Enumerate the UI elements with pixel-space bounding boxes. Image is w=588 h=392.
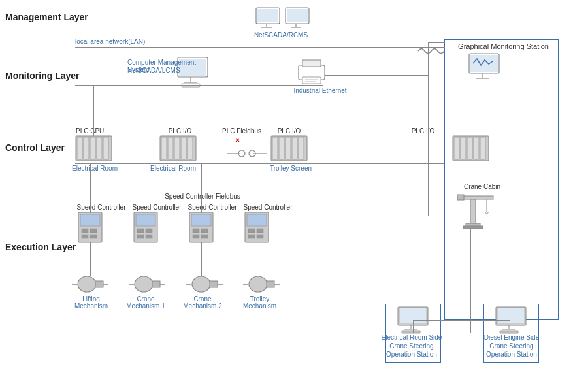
diesel-side2-label: Crane Steering — [476, 342, 547, 351]
plc-cpu-label: PLC CPU — [76, 127, 115, 135]
svg-rect-3 — [257, 9, 278, 22]
right-panel-box — [444, 39, 559, 320]
svg-rect-79 — [257, 235, 263, 238]
svg-rect-51 — [461, 196, 493, 199]
vfd1-icon — [78, 212, 102, 242]
svg-rect-63 — [136, 214, 155, 226]
v-vfd3-motor — [201, 242, 202, 276]
v-cms — [193, 47, 193, 85]
svg-rect-64 — [137, 229, 144, 233]
fieldbus-x: × — [235, 136, 240, 145]
elec-side2-label: Crane Steering — [379, 342, 444, 351]
crane-icon — [454, 191, 500, 229]
motor4-icon — [248, 274, 274, 294]
motor3-icon — [191, 274, 218, 294]
svg-rect-94 — [267, 281, 274, 287]
speed-ctrl2-label: Speed Controller — [131, 204, 183, 211]
svg-rect-39 — [299, 137, 304, 159]
svg-rect-77 — [257, 229, 263, 233]
svg-rect-60 — [82, 235, 88, 238]
plc-fieldbus-label: PLC Fieldbus — [216, 127, 268, 135]
lifting-label: Lifting Mechanism — [67, 295, 116, 310]
graphical-monitoring-label: Graphical Monitoring Station — [449, 42, 557, 50]
plc-io2-icon — [271, 136, 307, 162]
v-ctrl-vfd2 — [146, 163, 146, 213]
svg-rect-69 — [191, 214, 211, 226]
svg-rect-41 — [454, 137, 459, 159]
svg-rect-50 — [470, 197, 476, 223]
svg-rect-45 — [480, 137, 485, 159]
lan-line — [75, 47, 428, 48]
svg-rect-43 — [467, 137, 472, 159]
v-right-box-inner — [428, 85, 429, 216]
lan-label: local area network(LAN) — [75, 38, 193, 45]
gms-monitor-icon — [468, 54, 500, 80]
monitoring-layer-label: Monitoring Layer — [5, 71, 80, 81]
svg-rect-66 — [137, 235, 144, 238]
svg-rect-82 — [95, 281, 103, 287]
v-plc-io2 — [289, 85, 289, 136]
svg-rect-30 — [168, 137, 173, 159]
motor2-icon — [134, 274, 160, 294]
svg-rect-19 — [470, 55, 498, 72]
speed-ctrl1-label: Speed Controller — [75, 204, 127, 211]
svg-rect-7 — [287, 9, 308, 22]
svg-rect-73 — [201, 235, 208, 238]
svg-point-92 — [249, 276, 267, 292]
svg-rect-72 — [193, 235, 199, 238]
svg-rect-26 — [97, 137, 102, 159]
svg-rect-55 — [463, 226, 483, 229]
plc-io1-label: PLC I/O — [162, 127, 198, 135]
svg-rect-29 — [161, 137, 167, 159]
squiggly-icon — [418, 44, 444, 57]
svg-rect-42 — [461, 137, 466, 159]
diesel-side1-label: Diesel Engine Side — [476, 333, 547, 342]
v-ctrl-vfd1 — [90, 163, 91, 213]
svg-rect-71 — [201, 229, 208, 233]
vfd3-icon — [189, 212, 213, 242]
svg-rect-65 — [146, 229, 152, 233]
svg-rect-67 — [146, 235, 152, 238]
v-ethernet-connect — [325, 47, 325, 75]
elec-side3-label: Operation Station — [379, 350, 444, 359]
svg-rect-61 — [90, 235, 97, 238]
svg-rect-23 — [77, 137, 82, 159]
v-vfd2-motor — [146, 242, 146, 276]
industrial-ethernet-label: Industrial Ethernet — [287, 87, 353, 94]
execution-layer-label: Execution Layer — [5, 242, 76, 252]
h-to-rightbox — [428, 42, 445, 43]
v-top-right — [428, 42, 429, 48]
h-control-right — [428, 163, 444, 164]
speed-ctrl3-label: Speed Controller — [186, 204, 238, 211]
trolley-screen-label: Trolley Screen — [261, 165, 320, 172]
crane1-label: Crane Mechanism.1 — [120, 295, 172, 310]
v-plc-io1 — [178, 85, 178, 136]
trolley-label: Trolley Mechanism — [235, 295, 284, 310]
diagram: Management Layer Monitoring Layer Contro… — [0, 0, 588, 392]
svg-rect-78 — [248, 235, 255, 238]
elec-side1-label: Electrical Room Side — [379, 333, 444, 342]
monitor-left-icon — [255, 8, 281, 30]
netscada-rcms-label: NetSCADA/RCMS — [252, 31, 310, 39]
crane2-label: Crane Mechanism.2 — [176, 295, 229, 310]
v-ctrl-vfd3 — [201, 163, 202, 213]
v-printer — [312, 47, 312, 85]
svg-rect-70 — [193, 229, 199, 233]
svg-rect-36 — [279, 137, 284, 159]
control-h-line — [75, 163, 428, 164]
v-vfd4-motor — [257, 242, 257, 276]
plc-io3-icon — [453, 136, 489, 162]
v-plc-cpu — [93, 85, 94, 136]
control-layer-label: Control Layer — [5, 142, 65, 153]
v-vfd1-motor — [90, 242, 91, 276]
speed-fieldbus-label: Speed Controller Fieldbus — [131, 193, 274, 200]
management-layer-label: Management Layer — [5, 12, 88, 22]
elec-room1-label: Electrical Room — [69, 165, 121, 172]
svg-rect-32 — [181, 137, 186, 159]
v-box-elec — [413, 320, 414, 333]
motor1-icon — [77, 274, 103, 294]
v-ctrl-vfd4 — [257, 163, 257, 213]
svg-point-80 — [78, 276, 96, 292]
plc-cpu-icon — [76, 136, 112, 162]
svg-rect-31 — [174, 137, 180, 159]
